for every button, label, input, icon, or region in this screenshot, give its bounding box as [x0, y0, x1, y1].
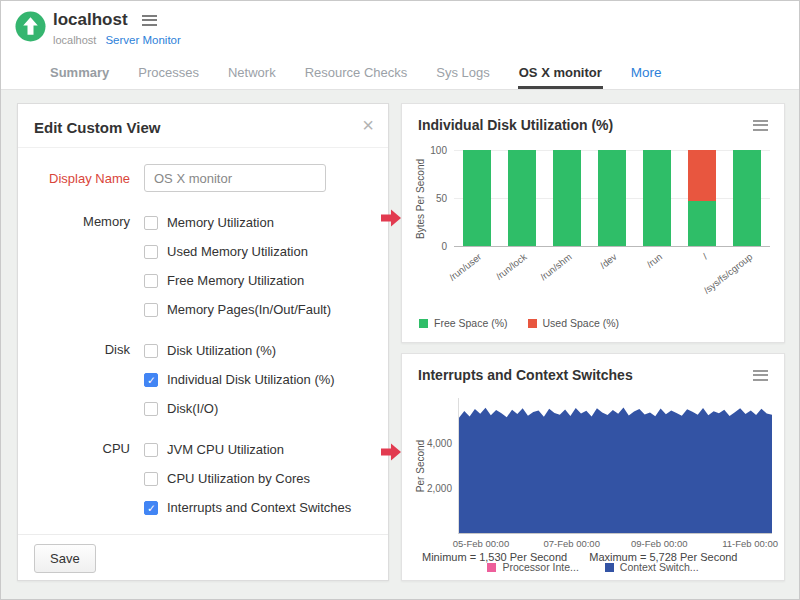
red-arrow-icon [380, 442, 402, 462]
legend-item-processor-inte[interactable]: Processor Inte... [487, 561, 578, 573]
checkbox-label: Disk Utilization (%) [167, 343, 276, 358]
option-used-memory-utilization[interactable]: Used Memory Utilization [144, 237, 331, 266]
checkbox-interrupts-and-context-switches[interactable] [144, 501, 158, 515]
dialog-body: Display Name MemoryMemory UtilizationUse… [18, 164, 388, 522]
legend-swatch [487, 563, 496, 572]
checkbox-label: Interrupts and Context Switches [167, 500, 351, 515]
group-label-cpu: CPU [18, 435, 130, 522]
legend-item-context-switch[interactable]: Context Switch... [605, 561, 699, 573]
display-name-row: Display Name [18, 164, 388, 192]
checkbox-jvm-cpu-utilization[interactable] [144, 443, 158, 457]
checkbox-disk-utilization[interactable] [144, 344, 158, 358]
tab-processes[interactable]: Processes [137, 57, 200, 89]
group-cpu: CPUJVM CPU UtilizationCPU Utilization by… [18, 435, 388, 522]
chart-title: Individual Disk Utilization (%) [418, 117, 613, 133]
option-cpu-utilization-by-cores[interactable]: CPU Utilization by Cores [144, 464, 351, 493]
checkbox-label: Free Memory Utilization [167, 273, 304, 288]
tab-summary[interactable]: Summary [49, 57, 110, 89]
page: localhost localhostServer Monitor Summar… [0, 0, 800, 600]
tab-resource-checks[interactable]: Resource Checks [304, 57, 409, 89]
checkbox-individual-disk-utilization[interactable] [144, 373, 158, 387]
edit-custom-view-dialog: Edit Custom View × Display Name MemoryMe… [17, 103, 389, 581]
tab-os-x-monitor[interactable]: OS X monitor [518, 57, 603, 89]
tab-more[interactable]: More [630, 57, 663, 89]
option-disk-i-o[interactable]: Disk(I/O) [144, 394, 335, 423]
checkbox-memory-pages-in-out-fault[interactable] [144, 303, 158, 317]
content-area: Edit Custom View × Display Name MemoryMe… [1, 90, 799, 599]
bar-series [454, 150, 770, 246]
group-memory: MemoryMemory UtilizationUsed Memory Util… [18, 208, 388, 324]
option-memory-pages-in-out-fault[interactable]: Memory Pages(In/Out/Fault) [144, 295, 331, 324]
checkbox-label: CPU Utilization by Cores [167, 471, 310, 486]
bar-segment-free-space [508, 150, 536, 246]
legend-item-used-space[interactable]: Used Space (%) [528, 317, 619, 329]
option-disk-utilization[interactable]: Disk Utilization (%) [144, 336, 335, 365]
option-jvm-cpu-utilization[interactable]: JVM CPU Utilization [144, 435, 351, 464]
bar-sys-fs-cgroup [733, 150, 761, 246]
app-header: localhost localhostServer Monitor [1, 1, 799, 57]
legend-label: Used Space (%) [543, 317, 619, 329]
option-memory-utilization[interactable]: Memory Utilization [144, 208, 331, 237]
bar-run [643, 150, 671, 246]
tab-bar: SummaryProcessesNetworkResource ChecksSy… [1, 57, 799, 90]
display-name-input[interactable] [144, 164, 326, 192]
dialog-header: Edit Custom View × [18, 104, 388, 148]
checkbox-label: Disk(I/O) [167, 401, 218, 416]
chart-menu-icon[interactable] [753, 120, 768, 131]
bar-segment-used-space [688, 150, 716, 201]
checkbox-used-memory-utilization[interactable] [144, 245, 158, 259]
x-axis-labels: /run/user/run/lock/run/shm/dev/run//sys/… [454, 246, 770, 298]
option-interrupts-and-context-switches[interactable]: Interrupts and Context Switches [144, 493, 351, 522]
x-axis-label: /run [644, 251, 664, 270]
x-axis-label: /dev [598, 251, 619, 271]
chart-menu-icon[interactable] [753, 370, 768, 381]
save-button[interactable]: Save [34, 544, 96, 573]
y-tick-label: 0 [441, 241, 447, 252]
hamburger-menu-icon[interactable] [142, 15, 157, 26]
chart-legend: Processor Inte...Context Switch... [402, 561, 784, 573]
breadcrumb-host: localhost [53, 34, 96, 46]
x-tick-label: 05-Feb 00:00 [453, 538, 510, 549]
red-arrow-icon [380, 208, 402, 228]
option-individual-disk-utilization[interactable]: Individual Disk Utilization (%) [144, 365, 335, 394]
checkbox-label: Memory Pages(In/Out/Fault) [167, 302, 331, 317]
bar-segment-free-space [688, 201, 716, 246]
checkbox-groups: MemoryMemory UtilizationUsed Memory Util… [18, 208, 388, 522]
y-tick-label: 4,000 [427, 438, 452, 449]
breadcrumb-link-server-monitor[interactable]: Server Monitor [105, 34, 180, 46]
chart-card-header: Interrupts and Context Switches [402, 354, 784, 383]
bar-run-lock [508, 150, 536, 246]
bar- [688, 150, 716, 246]
y-tick-label: 2,000 [427, 483, 452, 494]
legend-label: Context Switch... [620, 561, 699, 573]
bar-segment-free-space [463, 150, 491, 246]
display-name-label: Display Name [18, 171, 130, 186]
area-chart-plot: 4,0002,000 05-Feb 00:0007-Feb 00:0009-Fe… [458, 398, 772, 534]
tab-network[interactable]: Network [227, 57, 277, 89]
title-block: localhost localhostServer Monitor [53, 10, 181, 46]
checkbox-cpu-utilization-by-cores[interactable] [144, 472, 158, 486]
bar-segment-free-space [553, 150, 581, 246]
x-tick-label: 07-Feb 00:00 [543, 538, 600, 549]
y-tick-label: 100 [430, 145, 447, 156]
bar-segment-free-space [598, 150, 626, 246]
checkbox-disk-i-o[interactable] [144, 402, 158, 416]
checkbox-free-memory-utilization[interactable] [144, 274, 158, 288]
x-tick-label: 09-Feb 00:00 [631, 538, 688, 549]
bar-chart-plot: 100500 /run/user/run/lock/run/shm/dev/ru… [454, 150, 770, 247]
chart-card-header: Individual Disk Utilization (%) [402, 104, 784, 133]
monitor-up-status-icon [15, 11, 46, 42]
bar-run-shm [553, 150, 581, 246]
legend-item-free-space[interactable]: Free Space (%) [419, 317, 508, 329]
checkbox-memory-utilization[interactable] [144, 216, 158, 230]
close-icon[interactable]: × [362, 115, 374, 135]
y-axis-title: Bytes Per Second [415, 159, 426, 239]
tab-sys-logs[interactable]: Sys Logs [435, 57, 490, 89]
group-label-disk: Disk [18, 336, 130, 423]
page-title: localhost [53, 10, 128, 30]
option-free-memory-utilization[interactable]: Free Memory Utilization [144, 266, 331, 295]
x-axis-label: /run/lock [493, 251, 528, 282]
interrupts-chart-card: Interrupts and Context Switches Per Seco… [401, 353, 785, 581]
legend-swatch [528, 319, 537, 328]
group-disk: DiskDisk Utilization (%)Individual Disk … [18, 336, 388, 423]
